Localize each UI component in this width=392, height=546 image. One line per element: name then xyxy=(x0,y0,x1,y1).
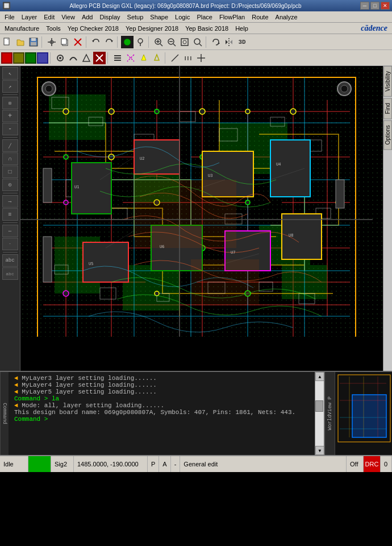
menu-logic[interactable]: Logic xyxy=(172,13,193,22)
options-tab[interactable]: Options xyxy=(383,120,392,150)
layer-top[interactable] xyxy=(1,52,12,64)
svg-rect-92 xyxy=(259,282,273,291)
menu-tools[interactable]: Tools xyxy=(43,24,64,33)
zoom-world[interactable]: ⊞ xyxy=(2,97,18,109)
sep4 xyxy=(148,36,151,48)
svg-point-98 xyxy=(245,109,250,114)
menu-flowplan[interactable]: FlowPlan xyxy=(216,13,248,22)
menu-file[interactable]: File xyxy=(1,13,18,22)
menu-add[interactable]: Add xyxy=(78,13,97,22)
layer-inner1[interactable] xyxy=(13,52,24,64)
route-tool[interactable]: ⟶ xyxy=(2,195,18,208)
scroll-thumb[interactable] xyxy=(315,400,323,412)
highlight-button[interactable] xyxy=(137,52,150,64)
3d-button[interactable]: 3D xyxy=(236,36,248,48)
drc-button[interactable] xyxy=(93,52,106,64)
sep1 xyxy=(41,36,44,48)
minimize-button[interactable]: ─ xyxy=(360,2,369,10)
new-button[interactable] xyxy=(1,36,14,48)
sep3 xyxy=(117,36,119,48)
maximize-button[interactable]: □ xyxy=(370,2,380,10)
copy-button[interactable] xyxy=(59,36,71,48)
right-sidebar: Visibility Find Options xyxy=(383,66,392,371)
scroll-up-button[interactable]: ▲ xyxy=(315,372,324,381)
menu-shape[interactable]: Shape xyxy=(147,13,172,22)
layer-bot[interactable] xyxy=(37,52,48,64)
split-button[interactable] xyxy=(195,52,207,64)
redo-button[interactable] xyxy=(103,36,115,48)
menu-place[interactable]: Place xyxy=(193,13,216,22)
delete-button[interactable] xyxy=(72,36,84,48)
status-dash: - xyxy=(171,456,181,472)
left-toolbar: ↖ ↗ ⊞ + - ╱ ∩ □ ⊙ ⟶ ≡ ⋯ ⁻ abc abc xyxy=(0,66,20,371)
dehighlight-button[interactable] xyxy=(151,52,163,64)
rat-button[interactable] xyxy=(121,36,134,48)
layer-inner2[interactable] xyxy=(25,52,36,64)
spread-tool[interactable]: ≡ xyxy=(2,208,18,221)
svg-rect-139 xyxy=(191,259,259,305)
add-arc[interactable]: ∩ xyxy=(2,152,18,165)
menu-edit[interactable]: Edit xyxy=(40,13,58,22)
measure-button[interactable] xyxy=(169,52,181,64)
arrow-icon-1: ◄ xyxy=(14,375,18,382)
menu-analyze[interactable]: Analyze xyxy=(272,13,301,22)
menu-yep-designer[interactable]: Yep Designer 2018 xyxy=(122,24,182,33)
console-line-1-text: MyLayer3 layer setting loading...... xyxy=(22,375,157,382)
zoom-in-left[interactable]: + xyxy=(2,110,18,122)
zoom-prev-button[interactable] xyxy=(191,36,204,48)
menu-layer[interactable]: Layer xyxy=(18,13,41,22)
text-tool[interactable]: abc xyxy=(2,254,18,267)
text-tool2[interactable]: abc xyxy=(2,267,18,280)
menu-route[interactable]: Route xyxy=(248,13,272,22)
mirror-button[interactable] xyxy=(223,36,235,48)
add-line[interactable]: ╱ xyxy=(2,139,18,152)
menu-yep-checker[interactable]: Yep Checker 2018 xyxy=(64,24,122,33)
menu-manufacture[interactable]: Manufacture xyxy=(1,24,43,33)
close-button[interactable]: ✕ xyxy=(381,2,390,10)
show-rats[interactable]: ⋯ xyxy=(2,225,18,237)
svg-point-23 xyxy=(194,39,200,44)
console-cmd-2: Command > xyxy=(14,416,48,423)
menu-help[interactable]: Help xyxy=(232,24,252,33)
menu-display[interactable]: Display xyxy=(96,13,123,22)
menu-yep-basic[interactable]: Yep Basic 2018 xyxy=(182,24,232,33)
find-tab[interactable]: Find xyxy=(383,98,392,119)
svg-rect-83 xyxy=(111,208,127,220)
hide-rats[interactable]: ⁻ xyxy=(2,238,18,250)
scroll-track[interactable] xyxy=(315,381,324,446)
svg-rect-21 xyxy=(181,39,188,46)
add-rect[interactable]: □ xyxy=(2,166,18,178)
undo-button[interactable] xyxy=(90,36,102,48)
svg-rect-130 xyxy=(43,168,52,202)
svg-rect-129 xyxy=(282,214,322,259)
canvas-area[interactable]: U1 U2 U3 U4 U5 U6 U7 U8 xyxy=(20,66,383,371)
open-button[interactable] xyxy=(14,36,27,48)
zoom-fit-button[interactable] xyxy=(178,36,191,48)
left-sep3 xyxy=(3,193,18,193)
shape-button[interactable] xyxy=(80,52,93,64)
visibility-tab[interactable]: Visibility xyxy=(383,66,392,97)
unselect-tool[interactable]: ↗ xyxy=(2,80,18,93)
trace-button[interactable] xyxy=(67,52,80,64)
menu-setup[interactable]: Setup xyxy=(124,13,147,22)
save-button[interactable] xyxy=(27,36,40,48)
snap-button[interactable] xyxy=(45,36,58,48)
add-via[interactable]: ⊙ xyxy=(2,179,18,191)
via-button[interactable] xyxy=(54,52,66,64)
arrow-icon-5: ◄ xyxy=(14,402,18,409)
svg-rect-31 xyxy=(114,55,121,56)
spacing-button[interactable]: ||| xyxy=(182,52,194,64)
scroll-down-button[interactable]: ▼ xyxy=(315,446,324,455)
zoom-out-button[interactable] xyxy=(165,36,178,48)
svg-text:U4: U4 xyxy=(276,162,281,167)
status-drc-count: 0 xyxy=(381,456,392,472)
zoom-out-left[interactable]: - xyxy=(2,123,18,135)
prop-button[interactable] xyxy=(111,52,124,64)
zoom-in-button[interactable] xyxy=(152,36,165,48)
menu-view[interactable]: View xyxy=(58,13,78,22)
pin-button[interactable] xyxy=(134,36,147,48)
select-tool[interactable]: ↖ xyxy=(2,67,18,80)
ratsnest-button[interactable] xyxy=(124,52,137,64)
rotate-button[interactable] xyxy=(210,36,222,48)
svg-point-101 xyxy=(109,154,114,160)
